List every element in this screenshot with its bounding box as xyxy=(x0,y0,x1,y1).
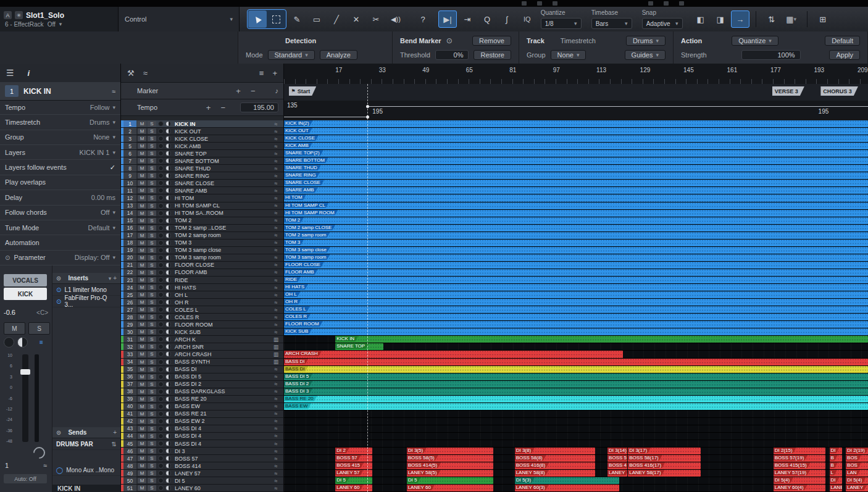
track-solo-button[interactable]: S xyxy=(148,255,156,261)
track-record-arm-button[interactable] xyxy=(158,322,164,327)
track-record-arm-button[interactable] xyxy=(158,404,164,409)
track-row[interactable]: 41MSBASS RE 21≈ xyxy=(121,411,283,418)
track-monitor-button[interactable] xyxy=(165,389,171,394)
audio-clip[interactable]: TOM 2 samp CLOSE xyxy=(284,225,868,231)
track-height-button[interactable]: ⇅ xyxy=(762,10,781,28)
audio-clip[interactable]: KICK IN(2) xyxy=(284,120,868,127)
audio-clip[interactable]: LANEY xyxy=(830,485,843,491)
track-lane[interactable]: SNARE TOP(2) xyxy=(284,150,868,157)
param-value[interactable]: None▾ xyxy=(93,133,115,141)
track-solo-button[interactable]: S xyxy=(148,165,156,171)
track-lane[interactable]: BASS DI 3 xyxy=(284,388,868,396)
track-mute-button[interactable]: M xyxy=(138,270,146,275)
track-record-arm-button[interactable] xyxy=(158,299,164,305)
track-record-arm-button[interactable] xyxy=(158,441,164,446)
param-value[interactable]: Drums▾ xyxy=(90,119,115,126)
track-record-arm-button[interactable] xyxy=(158,128,164,134)
add-marker-button[interactable]: + xyxy=(236,86,241,96)
power-icon[interactable]: ⊙ xyxy=(56,429,61,436)
track-record-arm-button[interactable] xyxy=(158,478,164,483)
track-monitor-button[interactable] xyxy=(165,426,171,432)
track-solo-button[interactable]: S xyxy=(148,404,156,409)
track-monitor-button[interactable] xyxy=(165,359,171,365)
track-mute-button[interactable]: M xyxy=(138,233,146,238)
power-icon[interactable]: ⊙ xyxy=(56,275,61,281)
track-record-arm-button[interactable] xyxy=(158,173,164,178)
track-mute-button[interactable]: M xyxy=(138,248,146,253)
audio-clip[interactable]: BOSS 5 xyxy=(607,455,627,462)
track-solo-button[interactable]: S xyxy=(148,314,156,320)
track-row[interactable]: 15MSTOM 2≈ xyxy=(121,217,283,225)
audio-clip[interactable]: BOS xyxy=(846,462,868,469)
audio-clip[interactable]: BASS DI 5 xyxy=(284,373,868,380)
track-row[interactable]: 14MSHI TOM SA..ROOM≈ xyxy=(121,210,283,217)
audio-clip[interactable]: FLOOR AMB xyxy=(284,269,868,276)
track-record-arm-button[interactable] xyxy=(158,158,164,164)
track-mute-button[interactable]: M xyxy=(138,426,146,432)
track-row[interactable]: 20MSTOM 3 samp room≈ xyxy=(121,254,283,262)
track-solo-button[interactable]: S xyxy=(148,195,156,201)
audio-clip[interactable]: DI xyxy=(830,448,843,454)
tempo-lane[interactable]: 135 195 195 xyxy=(284,101,868,121)
track-mute-button[interactable]: M xyxy=(138,456,146,461)
track-monitor-button[interactable] xyxy=(165,270,171,275)
track-mute-button[interactable]: M xyxy=(138,359,146,365)
track-record-arm-button[interactable] xyxy=(158,255,164,261)
track-mute-button[interactable]: M xyxy=(138,322,146,327)
track-lane[interactable]: KICK OUT xyxy=(284,128,868,135)
marker-lane[interactable]: ⚑StartVERSE 3CHORUS 3 xyxy=(284,84,868,101)
track-monitor-button[interactable] xyxy=(165,285,171,290)
hamburger-icon[interactable]: ☰ xyxy=(6,68,14,78)
track-row[interactable]: 19MSTOM 3 samp close≈ xyxy=(121,247,283,254)
track-row[interactable]: 1MSKICK IN≈ xyxy=(121,120,283,128)
track-solo-button[interactable]: S xyxy=(148,233,156,238)
track-record-arm-button[interactable] xyxy=(158,233,164,238)
track-mute-button[interactable]: M xyxy=(138,411,146,417)
track-row[interactable]: 51MSLANEY 60≈ xyxy=(121,485,283,492)
track-solo-button[interactable]: S xyxy=(148,485,156,491)
track-solo-button[interactable]: S xyxy=(148,441,156,446)
track-monitor-button[interactable] xyxy=(165,136,171,141)
track-row[interactable]: 50MSDI 5≈ xyxy=(121,477,283,485)
track-mute-button[interactable]: M xyxy=(138,344,146,349)
track-monitor-button[interactable] xyxy=(165,151,171,156)
track-lane[interactable] xyxy=(284,433,868,440)
track-record-arm-button[interactable] xyxy=(158,143,164,149)
inspector-param-row[interactable]: Automation xyxy=(0,235,120,250)
track-solo-button[interactable]: S xyxy=(148,367,156,372)
audio-clip[interactable]: HI TOM xyxy=(284,194,868,201)
track-monitor-button[interactable] xyxy=(165,448,171,454)
track-row[interactable]: 8MSSNARE THUD≈ xyxy=(121,165,283,172)
track-lane[interactable]: HI TOM SAMP CL xyxy=(284,202,868,210)
audio-clip[interactable]: BASS DI 3 xyxy=(284,388,868,395)
track-record-arm-button[interactable] xyxy=(158,456,164,461)
audio-clip[interactable]: LANEY 58(17) xyxy=(628,470,701,477)
volume-fader[interactable] xyxy=(22,354,28,442)
track-record-arm-button[interactable] xyxy=(158,285,164,290)
track-mute-button[interactable]: M xyxy=(138,158,146,164)
mute-button[interactable]: M xyxy=(4,322,25,335)
track-row[interactable]: 16MSTOM 2 samp ..LOSE≈ xyxy=(121,225,283,232)
split-tool[interactable]: ✂ xyxy=(367,10,385,28)
bend-tool[interactable]: ∫ xyxy=(498,10,516,28)
param-value[interactable]: Default▾ xyxy=(88,224,115,231)
track-row[interactable]: 49MSLANEY 57≈ xyxy=(121,470,283,477)
track-record-arm-button[interactable] xyxy=(158,344,164,349)
track-solo-button[interactable]: S xyxy=(148,374,156,380)
inspector-param-row[interactable]: Layers follow events✓ xyxy=(0,160,120,175)
track-record-arm-button[interactable] xyxy=(158,314,164,320)
track-solo-button[interactable]: S xyxy=(148,285,156,290)
track-row[interactable]: 46MSDI 3≈ xyxy=(121,448,283,455)
inspector-param-row[interactable]: GroupNone▾ xyxy=(0,130,120,145)
track-solo-button[interactable]: S xyxy=(148,262,156,268)
audio-clip[interactable]: DI 5(4) xyxy=(846,477,868,484)
track-mute-button[interactable]: M xyxy=(138,314,146,320)
track-row[interactable]: 9MSSNARE RING≈ xyxy=(121,172,283,180)
audio-clip[interactable]: LANEY 60(3) xyxy=(515,485,619,491)
inspector-param-row[interactable]: Follow chordsOff▾ xyxy=(0,206,120,220)
inspector-track-title[interactable]: 1 KICK IN ≈ xyxy=(0,82,120,101)
inspector-param-row[interactable]: TimestretchDrums▾ xyxy=(0,115,120,130)
audio-clip[interactable]: KICK OUT xyxy=(284,128,868,135)
track-row[interactable]: 27MSCOLES L≈ xyxy=(121,306,283,314)
track-mute-button[interactable]: M xyxy=(138,255,146,261)
